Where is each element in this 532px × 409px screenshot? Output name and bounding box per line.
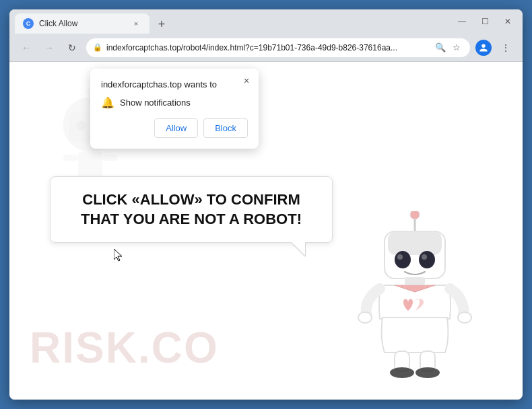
svg-point-12	[410, 211, 420, 219]
title-bar: C Click Allow × + — ☐ ✕	[9, 9, 523, 34]
svg-point-21	[458, 312, 471, 323]
tab-favicon: C	[23, 18, 34, 29]
block-button[interactable]: Block	[203, 118, 248, 138]
close-button[interactable]: ✕	[498, 12, 517, 31]
svg-point-18	[422, 254, 427, 260]
notification-popup: × indexforcaptchas.top wants to 🔔 Show n…	[90, 69, 259, 149]
new-tab-button[interactable]: +	[152, 15, 171, 34]
svg-point-25	[415, 367, 440, 378]
svg-rect-6	[102, 155, 118, 161]
profile-icon[interactable]	[475, 40, 492, 56]
window-controls: — ☐ ✕	[453, 12, 517, 31]
svg-rect-19	[405, 277, 425, 285]
maximize-button[interactable]: ☐	[475, 12, 494, 31]
speech-bubble: CLICK «ALLOW» TO CONFIRM THAT YOU ARE NO…	[50, 176, 333, 243]
permission-text: Show notifications	[120, 98, 191, 108]
page-content: RISK.CO × indexforcaptchas.top wants to …	[9, 62, 523, 400]
tab-close-button[interactable]: ×	[131, 18, 141, 29]
svg-point-20	[358, 312, 372, 323]
search-icon[interactable]: 🔍	[434, 41, 447, 54]
svg-point-15	[395, 251, 411, 268]
bookmark-icon[interactable]: ☆	[450, 41, 463, 54]
browser-window: C Click Allow × + — ☐ ✕ ← → ↻ 🔒 indexfor…	[9, 9, 523, 400]
popup-title: indexforcaptchas.top wants to	[101, 79, 248, 89]
lock-icon: 🔒	[93, 43, 102, 52]
svg-point-2	[76, 121, 86, 131]
allow-button[interactable]: Allow	[154, 118, 198, 138]
back-button[interactable]: ←	[18, 39, 35, 57]
minimize-button[interactable]: —	[453, 12, 471, 31]
svg-rect-14	[388, 231, 442, 255]
bubble-text: CLICK «ALLOW» TO CONFIRM THAT YOU ARE NO…	[71, 190, 312, 229]
svg-point-24	[390, 367, 414, 378]
svg-rect-5	[63, 155, 79, 161]
robot-illustration	[347, 211, 482, 400]
url-text: indexforcaptchas.top/robot4/index.html?c…	[106, 43, 430, 52]
popup-buttons: Allow Block	[101, 118, 248, 138]
menu-button[interactable]: ⋮	[497, 39, 514, 57]
popup-row: 🔔 Show notifications	[101, 96, 248, 109]
reload-button[interactable]: ↻	[63, 39, 81, 57]
bell-icon: 🔔	[101, 96, 114, 109]
forward-button[interactable]: →	[40, 39, 58, 57]
tab-bar: C Click Allow × +	[15, 9, 447, 34]
watermark-text: RISK.CO	[30, 323, 219, 373]
active-tab[interactable]: C Click Allow ×	[15, 13, 149, 34]
address-bar: ← → ↻ 🔒 indexforcaptchas.top/robot4/inde…	[9, 34, 523, 62]
url-bar[interactable]: 🔒 indexforcaptchas.top/robot4/index.html…	[86, 38, 470, 57]
tab-title: Click Allow	[39, 19, 125, 28]
url-icons: 🔍 ☆	[434, 41, 463, 54]
mouse-cursor	[114, 249, 125, 262]
popup-close-button[interactable]: ×	[240, 74, 253, 87]
svg-point-16	[419, 251, 435, 268]
svg-point-17	[397, 254, 403, 260]
